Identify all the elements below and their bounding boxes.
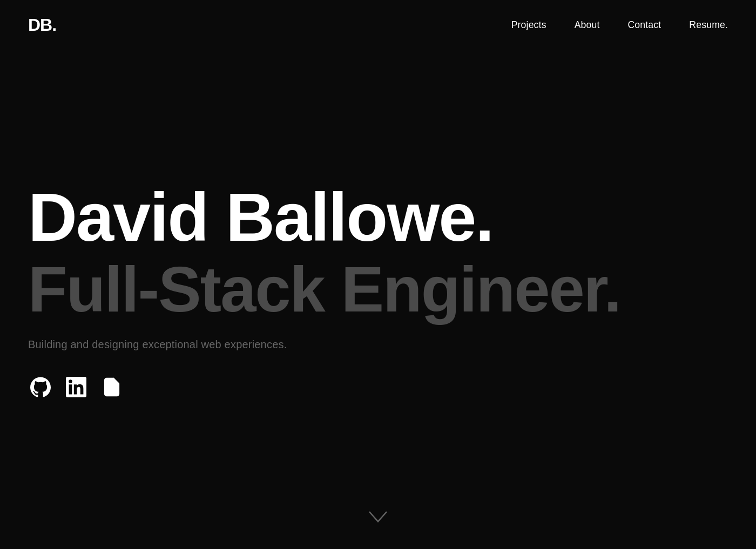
- hero-name: David Ballowe.: [28, 182, 728, 253]
- hero-title: Full-Stack Engineer.: [28, 256, 728, 323]
- nav-link-resume[interactable]: Resume.: [689, 19, 728, 30]
- linkedin-icon: [66, 377, 86, 397]
- github-link[interactable]: [28, 375, 53, 399]
- site-logo[interactable]: DB.: [28, 15, 56, 35]
- nav-link-contact[interactable]: Contact: [627, 19, 661, 30]
- hero-section: David Ballowe. Full-Stack Engineer. Buil…: [0, 0, 756, 549]
- navbar: DB. Projects About Contact Resume.: [0, 0, 756, 50]
- hero-subtitle: Building and designing exceptional web e…: [28, 338, 728, 351]
- social-icons: [28, 375, 728, 399]
- nav-item-resume[interactable]: Resume.: [689, 19, 728, 31]
- scroll-down-indicator[interactable]: [368, 507, 388, 527]
- file-icon: [102, 377, 122, 397]
- github-icon: [30, 377, 51, 397]
- nav-link-about[interactable]: About: [575, 19, 600, 30]
- nav-item-about[interactable]: About: [575, 19, 600, 31]
- nav-links: Projects About Contact Resume.: [511, 19, 728, 31]
- nav-item-projects[interactable]: Projects: [511, 19, 546, 31]
- linkedin-link[interactable]: [64, 375, 89, 399]
- resume-file-link[interactable]: [99, 375, 124, 399]
- nav-item-contact[interactable]: Contact: [627, 19, 661, 31]
- chevron-down-icon: [368, 510, 388, 523]
- nav-link-projects[interactable]: Projects: [511, 19, 546, 30]
